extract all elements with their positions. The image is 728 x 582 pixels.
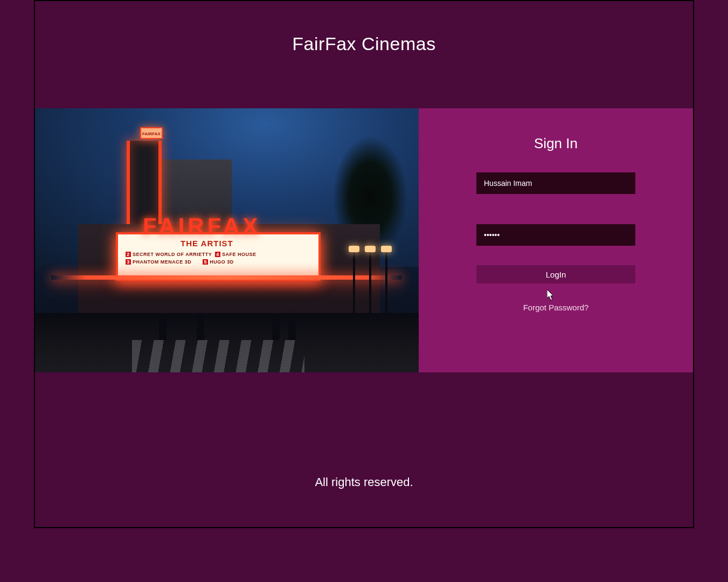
marquee-text: HUGO 3D bbox=[210, 259, 234, 265]
marquee-feature-title: THE ARTIST bbox=[181, 239, 233, 248]
password-input[interactable] bbox=[476, 224, 635, 246]
person-silhouette bbox=[288, 321, 296, 340]
hero-cinema-image: FAIRFAX FAIRFAX THE ARTIST 2SECRET WORLD… bbox=[35, 108, 419, 372]
marquee-text: SAFE HOUSE bbox=[222, 252, 256, 257]
marquee-num: 2 bbox=[126, 252, 131, 257]
tower-sign: FAIRFAX bbox=[140, 127, 163, 139]
person-silhouette bbox=[197, 315, 204, 340]
page-title: FairFax Cinemas bbox=[35, 33, 693, 54]
person-silhouette bbox=[159, 318, 167, 340]
person-silhouette bbox=[272, 318, 280, 340]
footer-text: All rights reserved. bbox=[35, 475, 693, 489]
signin-panel: Sign In LogIn Forgot Password? bbox=[419, 108, 693, 372]
main-content-row: FAIRFAX FAIRFAX THE ARTIST 2SECRET WORLD… bbox=[35, 108, 693, 372]
marquee-num: 5 bbox=[203, 259, 208, 265]
marquee-num: 3 bbox=[126, 259, 131, 265]
crosswalk bbox=[132, 340, 304, 372]
marquee-text: SECRET WORLD OF ARRIETTY bbox=[133, 252, 212, 257]
login-button[interactable]: LogIn bbox=[476, 265, 635, 283]
username-input[interactable] bbox=[476, 172, 635, 194]
marquee-row-1: 2SECRET WORLD OF ARRIETTY 4SAFE HOUSE bbox=[126, 252, 256, 257]
app-frame: FairFax Cinemas FAIRFAX FAIRFAX THE ARTI… bbox=[34, 0, 694, 528]
canopy-neon-glow bbox=[51, 275, 401, 280]
marquee-row-2: 3PHANTOM MENACE 3D 5HUGO 3D bbox=[126, 259, 234, 265]
marquee-text: PHANTOM MENACE 3D bbox=[133, 259, 191, 265]
forgot-password-link[interactable]: Forgot Password? bbox=[523, 303, 589, 312]
signin-heading: Sign In bbox=[534, 135, 578, 152]
neon-sign-fairfax: FAIRFAX bbox=[143, 213, 261, 239]
marquee-num: 4 bbox=[215, 252, 220, 257]
